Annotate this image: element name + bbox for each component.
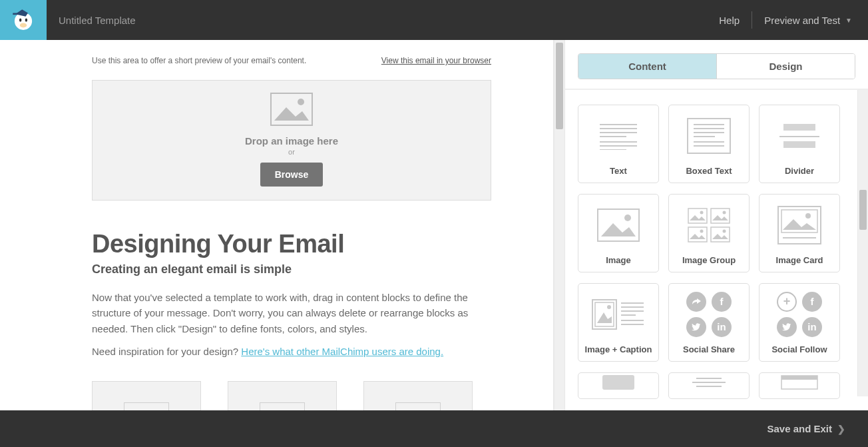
save-and-exit-button[interactable]: Save and Exit ❯ (767, 423, 845, 434)
svg-point-6 (298, 99, 304, 105)
svg-point-1 (19, 18, 22, 21)
preview-test-label: Preview and Test (764, 15, 840, 26)
document-title: Untitled Template (59, 15, 136, 26)
cta-row: Need inspiration for your design? Here's… (92, 346, 491, 357)
block-partial[interactable] (578, 372, 659, 399)
divider-icon (760, 105, 839, 166)
save-exit-label: Save and Exit (767, 423, 832, 434)
sidebar-tabs: Content Design (578, 53, 855, 79)
block-image-group[interactable]: Image Group (668, 194, 750, 272)
block-label: Boxed Text (686, 166, 732, 176)
help-link[interactable]: Help (719, 15, 740, 26)
app-header: Untitled Template Help Preview and Test … (0, 0, 868, 40)
twitter-icon (777, 317, 797, 337)
svg-rect-29 (688, 209, 707, 223)
text-lines-icon (578, 105, 658, 166)
block-boxed-text[interactable]: Boxed Text (668, 105, 750, 183)
block-image-caption[interactable]: Image + Caption (578, 283, 659, 362)
svg-rect-31 (711, 209, 730, 223)
block-image[interactable]: Image (578, 194, 659, 272)
inspiration-link[interactable]: Here's what other MailChimp users are do… (241, 346, 443, 357)
svg-rect-33 (688, 227, 707, 242)
svg-point-2 (25, 18, 28, 21)
preview-text-hint: Use this area to offer a short preview o… (92, 56, 306, 65)
image-thumbnail-row (92, 381, 491, 410)
block-text[interactable]: Text (578, 105, 659, 183)
linkedin-icon: in (802, 317, 822, 337)
image-group-icon (669, 195, 749, 255)
drop-title: Drop an image here (93, 135, 491, 147)
block-partial[interactable] (668, 372, 750, 399)
sidebar-left-scrollbar[interactable] (554, 40, 565, 410)
svg-rect-50 (602, 375, 634, 390)
block-label: Image + Caption (585, 344, 652, 354)
email-heading: Designing Your Email (92, 230, 491, 258)
block-label: Text (610, 166, 627, 176)
plus-icon: + (777, 292, 797, 312)
block-label: Divider (785, 166, 814, 176)
header-divider (752, 11, 752, 29)
linkedin-icon: in (712, 317, 732, 337)
svg-rect-26 (783, 141, 815, 148)
block-social-share[interactable]: f in Social Share (668, 283, 750, 362)
svg-point-30 (700, 211, 704, 214)
block-label: Image Group (682, 255, 736, 265)
svg-point-28 (624, 215, 631, 221)
block-image-card[interactable]: Image Card (759, 194, 840, 272)
image-icon (578, 195, 658, 255)
email-subheading: Creating an elegant email is simple (92, 262, 491, 276)
block-social-follow[interactable]: + f in Social Follow (759, 283, 840, 362)
image-slot[interactable] (363, 381, 473, 410)
image-card-icon (760, 195, 839, 255)
svg-point-43 (607, 305, 611, 309)
svg-point-3 (20, 23, 27, 27)
twitter-icon (686, 317, 706, 337)
tab-content[interactable]: Content (578, 54, 716, 79)
image-caption-icon (578, 284, 658, 344)
tab-design[interactable]: Design (716, 54, 855, 79)
svg-point-34 (700, 229, 704, 232)
email-body-text: Now that you've selected a template to w… (92, 290, 491, 336)
block-label: Social Follow (771, 344, 827, 354)
block-label: Image (606, 255, 631, 265)
svg-rect-35 (711, 227, 730, 242)
block-label: Image Card (776, 255, 823, 265)
chevron-down-icon: ▼ (845, 17, 852, 24)
browse-button[interactable]: Browse (260, 163, 324, 187)
facebook-icon: f (712, 292, 732, 312)
svg-point-39 (805, 213, 811, 219)
logo[interactable] (0, 0, 47, 40)
svg-rect-54 (781, 376, 817, 380)
footer-icon (669, 373, 749, 392)
image-slot[interactable] (92, 381, 201, 410)
boxed-text-icon (669, 105, 749, 166)
button-icon (578, 373, 658, 392)
sidebar-panel: Content Design Text Boxed Text (564, 40, 868, 410)
block-label: Social Share (683, 344, 735, 354)
cta-prefix: Need inspiration for your design? (92, 346, 241, 357)
image-slot[interactable] (228, 381, 337, 410)
view-in-browser-link[interactable]: View this email in your browser (381, 56, 491, 65)
drop-or: or (93, 148, 491, 156)
svg-point-36 (723, 229, 726, 232)
email-canvas: Use this area to offer a short preview o… (0, 40, 564, 410)
social-follow-icon: + f in (760, 284, 839, 344)
preview-and-test-dropdown[interactable]: Preview and Test ▼ (764, 15, 852, 26)
image-dropzone[interactable]: Drop an image here or Browse (92, 80, 491, 201)
sidebar-right-scrollbar[interactable] (857, 90, 868, 396)
facebook-icon: f (802, 292, 822, 312)
svg-rect-4 (13, 13, 17, 15)
block-divider[interactable]: Divider (759, 105, 840, 183)
social-share-icon: f in (669, 284, 749, 344)
share-arrow-icon (686, 292, 706, 312)
svg-rect-24 (783, 124, 815, 131)
chevron-right-icon: ❯ (837, 424, 845, 434)
code-icon (760, 373, 839, 392)
svg-point-32 (723, 211, 726, 214)
block-partial[interactable] (759, 372, 840, 399)
image-placeholder-icon (270, 93, 313, 126)
app-footer: Save and Exit ❯ (0, 410, 868, 447)
content-blocks-grid: Text Boxed Text Divider Image (565, 90, 868, 399)
